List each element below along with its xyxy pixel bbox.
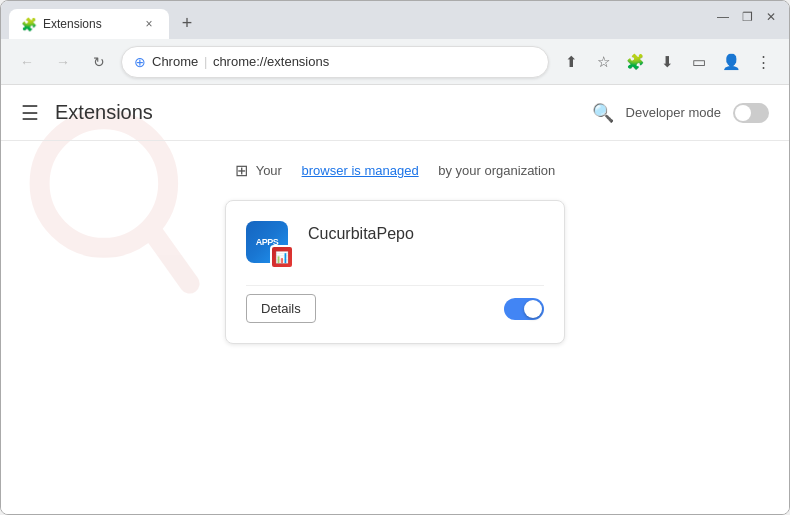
extensions-nav-icon: 🧩 — [626, 53, 645, 71]
extension-toggle[interactable] — [504, 298, 544, 320]
managed-text-before: Your — [256, 163, 282, 178]
managed-icon: ⊞ — [235, 161, 248, 180]
extension-icon-container: APPS 📊 — [246, 221, 294, 269]
sidebar-button[interactable]: ▭ — [685, 48, 713, 76]
window-controls: — ❐ ✕ — [715, 9, 779, 25]
hamburger-menu-icon[interactable]: ☰ — [21, 101, 39, 125]
extension-toggle-knob — [524, 300, 542, 318]
back-icon: ← — [20, 54, 34, 70]
managed-notice: ⊞ Your browser is managed by your organi… — [235, 161, 556, 180]
details-button[interactable]: Details — [246, 294, 316, 323]
address-bar[interactable]: ⊕ Chrome | chrome://extensions — [121, 46, 549, 78]
tab-close-button[interactable]: × — [141, 16, 157, 32]
search-button[interactable]: 🔍 — [592, 102, 614, 124]
extensions-button[interactable]: 🧩 — [621, 48, 649, 76]
badge-chart-icon: 📊 — [275, 251, 289, 264]
menu-button[interactable]: ⋮ — [749, 48, 777, 76]
close-button[interactable]: ✕ — [763, 9, 779, 25]
main-content: risk.com ☰ Extensions 🔍 Developer mode ⊞… — [1, 85, 789, 514]
reload-icon: ↻ — [93, 54, 105, 70]
tab-favicon: 🧩 — [21, 17, 37, 32]
kebab-menu-icon: ⋮ — [756, 53, 771, 71]
profile-icon: 👤 — [722, 53, 741, 71]
browser-window: 🧩 Extensions × + — ❐ ✕ ← → ↻ ⊕ Chrome | — [0, 0, 790, 515]
bookmark-button[interactable]: ☆ — [589, 48, 617, 76]
share-button[interactable]: ⬆ — [557, 48, 585, 76]
profile-button[interactable]: 👤 — [717, 48, 745, 76]
forward-icon: → — [56, 54, 70, 70]
share-icon: ⬆ — [565, 53, 578, 71]
download-button[interactable]: ⬇ — [653, 48, 681, 76]
minimize-button[interactable]: — — [715, 9, 731, 25]
chrome-label: Chrome — [152, 54, 198, 69]
bookmark-icon: ☆ — [597, 53, 610, 71]
forward-button[interactable]: → — [49, 48, 77, 76]
title-bar: 🧩 Extensions × + — ❐ ✕ — [1, 1, 789, 39]
nav-right-icons: ⬆ ☆ 🧩 ⬇ ▭ 👤 ⋮ — [557, 48, 777, 76]
sidebar-icon: ▭ — [692, 53, 706, 71]
active-tab[interactable]: 🧩 Extensions × — [9, 9, 169, 39]
reload-button[interactable]: ↻ — [85, 48, 113, 76]
nav-bar: ← → ↻ ⊕ Chrome | chrome://extensions ⬆ ☆… — [1, 39, 789, 85]
url-text: chrome://extensions — [213, 54, 329, 69]
extension-footer: Details — [246, 285, 544, 323]
extensions-header: ☰ Extensions 🔍 Developer mode — [1, 85, 789, 141]
address-url-prefix: Chrome | chrome://extensions — [152, 54, 536, 69]
extension-header: APPS 📊 CucurbitaPepo — [246, 221, 544, 269]
developer-mode-toggle[interactable] — [733, 103, 769, 123]
extension-icon-badge: 📊 — [270, 245, 294, 269]
tab-strip: 🧩 Extensions × + — [9, 9, 781, 39]
header-right: 🔍 Developer mode — [592, 102, 769, 124]
new-tab-button[interactable]: + — [173, 9, 201, 37]
back-button[interactable]: ← — [13, 48, 41, 76]
download-icon: ⬇ — [661, 53, 674, 71]
page-title: Extensions — [55, 101, 153, 124]
developer-mode-label: Developer mode — [626, 105, 721, 120]
extensions-body: ⊞ Your browser is managed by your organi… — [1, 141, 789, 514]
address-favicon: ⊕ — [134, 54, 146, 70]
url-separator: | — [204, 54, 211, 69]
managed-link[interactable]: browser is managed — [302, 163, 419, 178]
managed-text-after: by your organization — [438, 163, 555, 178]
toggle-knob — [735, 105, 751, 121]
extension-card: APPS 📊 CucurbitaPepo Details — [225, 200, 565, 344]
restore-button[interactable]: ❐ — [739, 9, 755, 25]
tab-label: Extensions — [43, 17, 102, 31]
extension-name: CucurbitaPepo — [308, 221, 414, 243]
